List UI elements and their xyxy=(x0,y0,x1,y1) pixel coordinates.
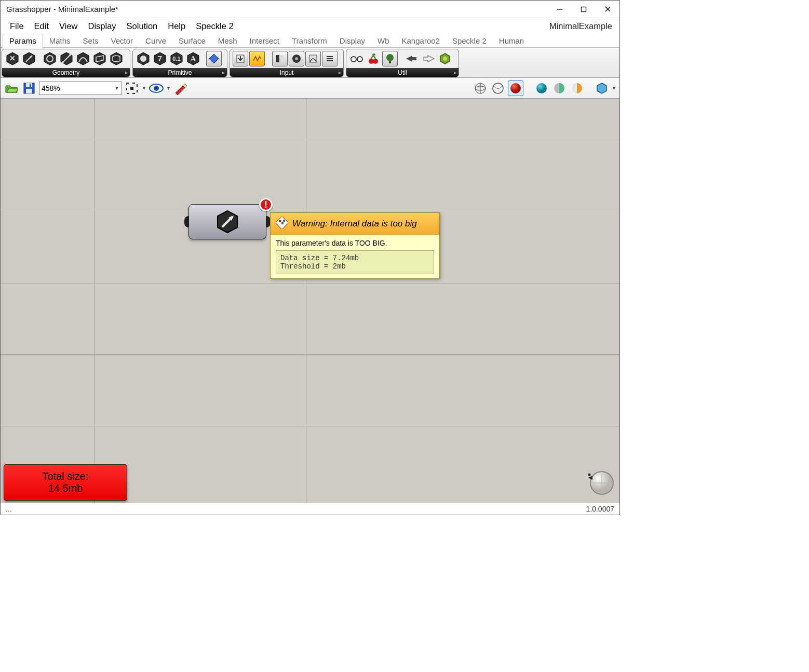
svg-point-38 xyxy=(357,57,362,62)
grid-line xyxy=(1,426,619,426)
zoom-combo[interactable]: 458% ▼ xyxy=(39,82,122,95)
ribbon-tab-wb[interactable]: Wb xyxy=(371,34,396,47)
dropdown-caret-icon[interactable]: ▼ xyxy=(142,86,146,91)
sketch-button[interactable] xyxy=(173,80,188,96)
menu-help[interactable]: Help xyxy=(163,20,191,33)
ribbon-tab-transform[interactable]: Transform xyxy=(286,34,333,47)
svg-marker-77 xyxy=(588,476,592,480)
geometry-param-line-icon[interactable] xyxy=(59,51,74,66)
geometry-param-plane-icon[interactable] xyxy=(92,51,107,66)
expand-icon[interactable]: ▸ xyxy=(125,70,128,75)
ribbon-tab-mesh[interactable]: Mesh xyxy=(212,34,244,47)
ribbon-tab-sets[interactable]: Sets xyxy=(77,34,105,47)
svg-rect-30 xyxy=(280,55,284,62)
display-noshade-icon[interactable] xyxy=(490,80,506,96)
menu-solution[interactable]: Solution xyxy=(122,20,163,33)
display-shaded-icon[interactable] xyxy=(508,80,523,96)
expand-icon[interactable]: ▸ xyxy=(454,70,456,75)
input-slider-icon[interactable] xyxy=(272,51,288,66)
input-file-icon[interactable] xyxy=(233,51,248,66)
menu-file[interactable]: File xyxy=(5,20,29,33)
ribbon-tab-curve[interactable]: Curve xyxy=(139,34,172,47)
display-wireframe-icon[interactable] xyxy=(473,80,488,96)
svg-point-63 xyxy=(536,83,547,93)
preview-off-icon[interactable] xyxy=(534,80,549,96)
dropdown-caret-icon[interactable]: ▼ xyxy=(166,86,171,91)
zoom-extents-button[interactable] xyxy=(124,80,140,96)
ribbon-tab-human[interactable]: Human xyxy=(493,34,530,47)
total-size-panel[interactable]: Total size: 14.5mb xyxy=(4,464,127,501)
menu-display[interactable]: Display xyxy=(83,20,122,33)
svg-marker-45 xyxy=(406,56,416,62)
canvas-toolbar: 458% ▼ ▼ ▼ ▼ xyxy=(1,78,619,99)
input-panel-icon[interactable] xyxy=(249,51,265,66)
menubar: File Edit View Display Solution Help Spe… xyxy=(1,18,619,34)
svg-marker-46 xyxy=(424,56,434,62)
named-views-button[interactable] xyxy=(149,80,164,96)
ribbon-tab-vector[interactable]: Vector xyxy=(105,34,140,47)
util-tree-icon[interactable] xyxy=(382,51,398,66)
menu-edit[interactable]: Edit xyxy=(29,20,54,33)
svg-marker-66 xyxy=(597,83,606,93)
expand-icon[interactable]: ▸ xyxy=(339,70,341,75)
preview-mesh-icon[interactable] xyxy=(569,80,585,96)
ribbon-tab-intersect[interactable]: Intersect xyxy=(244,34,286,47)
dropdown-caret-icon[interactable]: ▼ xyxy=(612,86,616,91)
primitive-param-colour-icon[interactable] xyxy=(206,51,222,66)
svg-point-78 xyxy=(588,474,591,476)
svg-rect-50 xyxy=(26,83,32,87)
svg-point-62 xyxy=(510,83,521,93)
ribbon-tab-display[interactable]: Display xyxy=(333,34,371,47)
primitive-param-integer-icon[interactable]: 7 xyxy=(152,51,168,66)
compass-widget[interactable] xyxy=(586,467,615,499)
maximize-button[interactable] xyxy=(572,1,596,18)
util-jump-out-icon[interactable] xyxy=(421,51,436,66)
ribbon-panel-label: Primitive xyxy=(168,69,192,76)
ribbon-panel-label: Input xyxy=(280,69,294,76)
menu-speckle2[interactable]: Speckle 2 xyxy=(191,20,238,33)
ribbon-tab-kangaroo2[interactable]: Kangaroo2 xyxy=(396,34,446,47)
menu-view[interactable]: View xyxy=(54,20,83,33)
ribbon-panel-primitive: 7 0.1 A Primitive▸ xyxy=(132,49,227,77)
geometry-param-curve-icon[interactable] xyxy=(75,51,91,66)
util-jump-in-icon[interactable] xyxy=(404,51,420,66)
minimize-button[interactable] xyxy=(548,1,572,18)
status-version: 1.0.0007 xyxy=(586,505,615,513)
chevron-down-icon: ▼ xyxy=(114,85,119,91)
ribbon-tab-params[interactable]: Params xyxy=(3,34,43,48)
preview-settings-icon[interactable] xyxy=(594,80,610,96)
document-name: MinimalExample xyxy=(549,21,615,31)
preview-selected-icon[interactable] xyxy=(551,80,567,96)
util-cherry-icon[interactable] xyxy=(366,51,381,66)
save-file-button[interactable] xyxy=(21,80,37,96)
ribbon-panel-label: Geometry xyxy=(52,69,80,76)
input-valuelist-icon[interactable] xyxy=(322,51,338,66)
ribbon-tab-speckle2[interactable]: Speckle 2 xyxy=(446,34,493,47)
util-glasses-icon[interactable] xyxy=(349,51,365,66)
open-file-button[interactable] xyxy=(4,80,19,96)
component-body[interactable] xyxy=(188,204,266,239)
primitive-param-number-icon[interactable]: 0.1 xyxy=(169,51,184,66)
svg-point-14 xyxy=(69,54,71,56)
svg-point-44 xyxy=(386,54,394,61)
error-badge-icon[interactable]: ! xyxy=(259,198,273,211)
svg-point-32 xyxy=(295,57,298,60)
close-button[interactable] xyxy=(596,1,619,18)
component-vector-param[interactable]: ! xyxy=(188,204,266,239)
ribbon-tabs: Params Maths Sets Vector Curve Surface M… xyxy=(1,34,619,48)
input-dial-icon[interactable] xyxy=(289,51,304,66)
svg-marker-9 xyxy=(44,52,56,65)
primitive-param-boolean-icon[interactable] xyxy=(136,51,151,66)
ribbon-tab-surface[interactable]: Surface xyxy=(172,34,212,47)
util-cluster-icon[interactable] xyxy=(437,51,453,66)
primitive-param-text-icon[interactable]: A xyxy=(185,51,201,66)
canvas[interactable]: ! Warning: Internal data is too big This… xyxy=(1,99,619,503)
grid-line xyxy=(1,284,619,284)
expand-icon[interactable]: ▸ xyxy=(222,70,225,75)
geometry-param-surface-icon[interactable] xyxy=(109,51,124,66)
ribbon-tab-maths[interactable]: Maths xyxy=(43,34,77,47)
geometry-param-circle-icon[interactable] xyxy=(42,51,58,66)
input-graph-icon[interactable] xyxy=(305,51,321,66)
geometry-param-vector-icon[interactable] xyxy=(21,51,37,66)
geometry-param-generic-icon[interactable]: ✕ xyxy=(5,51,20,66)
